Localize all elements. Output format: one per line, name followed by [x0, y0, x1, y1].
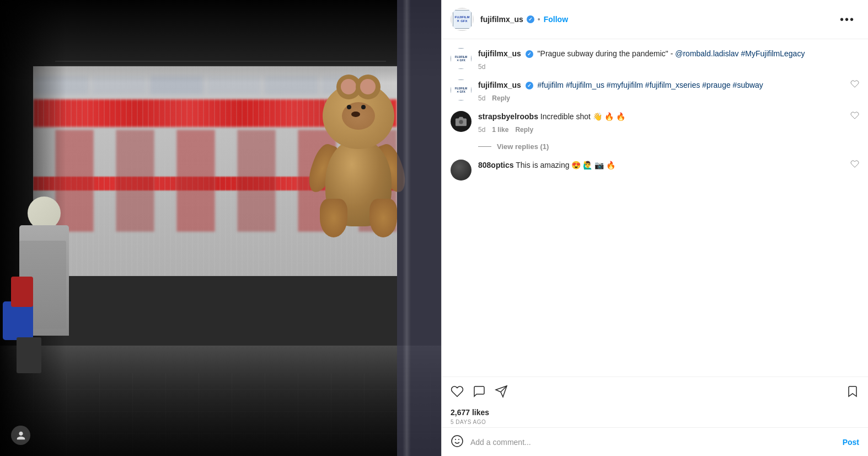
- header-info: fujifilmx_us • Follow: [480, 15, 835, 24]
- subway-photo: [0, 0, 441, 456]
- like-heart-icon: [451, 385, 464, 398]
- camera-icon: [455, 115, 467, 128]
- hashtag-comment-time: 5d: [478, 94, 485, 102]
- 808optics-avatar: [451, 160, 471, 181]
- smiley-icon: [451, 434, 464, 448]
- strapsbyelroobs-username: strapsbyelroobs: [478, 112, 538, 121]
- caption-text: fujifilmx_us "Prague subway during the p…: [478, 48, 859, 60]
- hashtag-comment: FUJIFILM✕ GFX fujifilmx_us #fujifilm #fu…: [451, 79, 859, 102]
- post-time: 5 DAYS AGO: [451, 419, 859, 425]
- view-replies-button[interactable]: View replies (1): [497, 142, 549, 151]
- 808optics-content: 808optics This is amazing 😍 🙋‍♂️ 📷 🔥: [478, 160, 844, 171]
- strapsbyelroobs-likes: 1 like: [492, 126, 508, 134]
- comment-input[interactable]: [470, 438, 836, 447]
- hashtag-comment-meta: 5d Reply: [478, 94, 844, 102]
- heart-icon-808: [850, 160, 859, 168]
- person-figure: [17, 197, 72, 373]
- action-bar: [442, 377, 868, 406]
- strapsbyelroobs-text: strapsbyelroobs Incredible shot 👋 🔥 🔥: [478, 111, 844, 123]
- emoji-button[interactable]: [451, 434, 464, 449]
- share-button[interactable]: [495, 381, 508, 401]
- caption-time: 5d: [478, 63, 485, 71]
- likes-count: 2,677 likes: [451, 408, 859, 417]
- 808optics-body: This is amazing 😍 🙋‍♂️ 📷 🔥: [516, 161, 615, 169]
- fujifilm-small-logo-2: FUJIFILM✕ GFX: [451, 79, 471, 100]
- strapsbyelroobs-time: 5d: [478, 126, 485, 134]
- fujifilm-small-logo: FUJIFILM✕ GFX: [451, 48, 471, 69]
- hashtag-comment-text: fujifilmx_us #fujifilm #fujifilm_us #myf…: [478, 79, 844, 91]
- paper-plane-icon: [495, 385, 508, 398]
- right-panel: FUJIFILM✕ GFX fujifilmx_us • Follow ••• …: [441, 0, 868, 456]
- header-username: fujifilmx_us: [480, 15, 523, 24]
- hashtag-comment-content: fujifilmx_us #fujifilm #fujifilm_us #myf…: [478, 79, 844, 102]
- view-replies-line: [478, 146, 491, 147]
- photo-panel: [0, 0, 441, 456]
- hashtag-verified: [526, 82, 533, 89]
- fujifilm-logo-image: FUJIFILM✕ GFX: [453, 10, 471, 29]
- hashtag-comment-avatar: FUJIFILM✕ GFX: [451, 79, 471, 100]
- svg-point-0: [459, 120, 463, 124]
- bookmark-icon: [846, 385, 859, 398]
- post-comment-button[interactable]: Post: [843, 438, 859, 447]
- hashtag-tags: #fujifilm #fujifilm_us #myfujifilm #fuji…: [538, 81, 763, 89]
- follow-button[interactable]: Follow: [544, 15, 568, 24]
- heart-icon-hashtag: [850, 79, 859, 88]
- teddy-bear: [309, 83, 408, 237]
- hashtag-like-button[interactable]: [850, 79, 859, 90]
- 808optics-text: 808optics This is amazing 😍 🙋‍♂️ 📷 🔥: [478, 160, 844, 171]
- bookmark-button[interactable]: [846, 381, 859, 401]
- caption-meta: 5d: [478, 63, 859, 71]
- strapsbyelroobs-body: Incredible shot 👋 🔥 🔥: [540, 112, 625, 121]
- comments-section[interactable]: FUJIFILM✕ GFX fujifilmx_us "Prague subwa…: [442, 39, 868, 377]
- 808optics-username: 808optics: [478, 161, 514, 169]
- strapsbyelroobs-reply-button[interactable]: Reply: [515, 126, 533, 134]
- post-header: FUJIFILM✕ GFX fujifilmx_us • Follow •••: [442, 0, 868, 39]
- caption-avatar: FUJIFILM✕ GFX: [451, 48, 471, 69]
- caption-body: "Prague subway during the pandemic" -: [538, 49, 676, 58]
- likes-section: 2,677 likes 5 DAYS AGO: [442, 406, 868, 427]
- strapsbyelroobs-avatar: [451, 111, 471, 132]
- comment-bubble-icon: [473, 385, 486, 398]
- comment-button[interactable]: [473, 381, 486, 401]
- strapsbyelroobs-comment: strapsbyelroobs Incredible shot 👋 🔥 🔥 5d…: [451, 111, 859, 134]
- caption-username: fujifilmx_us: [478, 49, 521, 58]
- heart-icon-strapsby: [850, 111, 859, 120]
- caption-verified: [526, 50, 533, 58]
- like-button[interactable]: [451, 381, 464, 401]
- strapsbyelroobs-meta: 5d 1 like Reply: [478, 126, 844, 134]
- svg-point-3: [452, 436, 463, 447]
- caption-content: fujifilmx_us "Prague subway during the p…: [478, 48, 859, 71]
- caption-comment: FUJIFILM✕ GFX fujifilmx_us "Prague subwa…: [451, 48, 859, 71]
- 808optics-like-button[interactable]: [850, 160, 859, 170]
- glass-pillar: [397, 0, 441, 456]
- dot-separator: •: [538, 15, 540, 24]
- caption-mention: @rombald.ladislav: [675, 49, 738, 58]
- hashtag-comment-username: fujifilmx_us: [478, 81, 521, 89]
- profile-icon-bottom-left[interactable]: [11, 426, 30, 445]
- 808optics-avatar-inner: [451, 160, 471, 181]
- strapsbyelroobs-like-button[interactable]: [850, 111, 859, 121]
- view-replies-row: View replies (1): [478, 142, 859, 151]
- top-shadow: [0, 0, 441, 83]
- user-icon: [16, 431, 26, 441]
- strapsbyelroobs-content: strapsbyelroobs Incredible shot 👋 🔥 🔥 5d…: [478, 111, 844, 134]
- hashtag-reply-button[interactable]: Reply: [492, 94, 510, 102]
- more-options-button[interactable]: •••: [835, 11, 859, 28]
- header-avatar: FUJIFILM✕ GFX: [451, 8, 474, 31]
- action-buttons-row: [451, 381, 859, 401]
- add-comment-bar: Post: [442, 427, 868, 456]
- caption-hashtag-main: #MyFujifilmLegacy: [741, 49, 805, 58]
- 808optics-comment: 808optics This is amazing 😍 🙋‍♂️ 📷 🔥: [451, 160, 859, 181]
- header-verified-badge: [527, 15, 534, 23]
